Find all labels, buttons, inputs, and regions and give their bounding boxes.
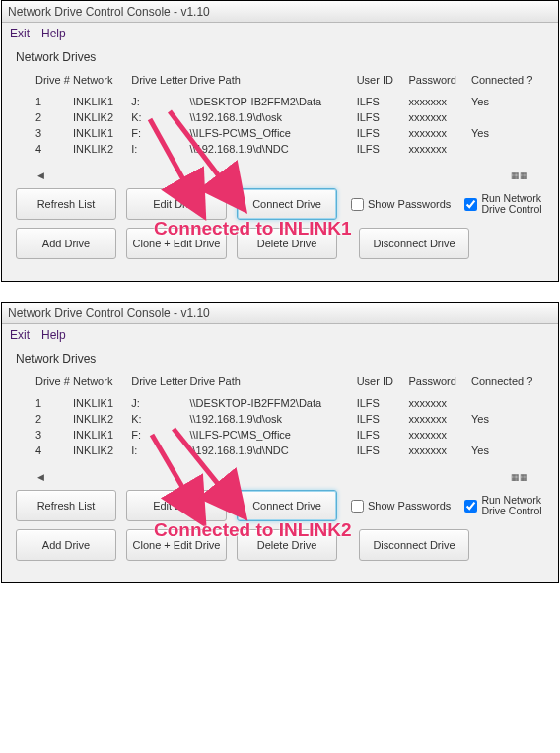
cell-conn xyxy=(467,141,540,157)
cell-pwd: xxxxxxx xyxy=(405,395,467,411)
cell-letter: I: xyxy=(127,141,185,157)
cell-path: \\ILFS-PC\MS_Office xyxy=(185,125,352,141)
cell-net: INKLIK1 xyxy=(69,94,127,109)
cell-letter: J: xyxy=(127,395,185,411)
clone-edit-drive-button[interactable]: Clone + Edit Drive xyxy=(126,228,227,259)
connect-drive-button[interactable]: Connect Drive xyxy=(237,188,337,220)
col-network: Network xyxy=(69,72,127,94)
cell-path: \\DESKTOP-IB2FFM2\Data xyxy=(185,395,352,411)
run-ndc-label-line2: Drive Control xyxy=(481,506,541,516)
cell-num: 3 xyxy=(32,125,69,141)
table-row[interactable]: 2INKLIK2K:\\192.168.1.9\d\oskILFSxxxxxxx xyxy=(32,109,540,125)
menu-exit[interactable]: Exit xyxy=(10,27,30,40)
cell-net: INKLIK2 xyxy=(69,411,127,427)
cell-conn xyxy=(467,427,540,443)
show-passwords-label: Show Passwords xyxy=(368,198,451,210)
scroll-indicator: ◀ ▦▦ xyxy=(2,161,558,182)
refresh-list-button[interactable]: Refresh List xyxy=(16,490,116,521)
edit-drive-button[interactable]: Edit Drive xyxy=(126,188,227,220)
show-passwords-group: Show Passwords xyxy=(351,198,451,211)
section-label: Network Drives xyxy=(2,44,558,64)
cell-letter: K: xyxy=(127,109,185,125)
cell-net: INKLIK2 xyxy=(69,109,127,125)
cell-pwd: xxxxxxx xyxy=(405,141,467,157)
menu-help[interactable]: Help xyxy=(41,27,66,40)
menu-help[interactable]: Help xyxy=(41,328,66,342)
table-row[interactable]: 3INKLIK1F:\\ILFS-PC\MS_OfficeILFSxxxxxxx… xyxy=(32,125,540,141)
col-connected: Connected ? xyxy=(467,72,540,94)
table-row[interactable]: 4INKLIK2I:\\192.168.1.9\d\NDCILFSxxxxxxx xyxy=(32,141,540,157)
col-drive-letter: Drive Letter xyxy=(127,374,185,395)
scroll-left-icon[interactable]: ◀ xyxy=(37,472,44,482)
cell-path: \\DESKTOP-IB2FFM2\Data xyxy=(185,94,352,109)
cell-uid: ILFS xyxy=(353,427,405,443)
window-title: Network Drive Control Console - v1.10 xyxy=(8,5,210,19)
delete-drive-button[interactable]: Delete Drive xyxy=(237,228,337,259)
run-ndc-group: Run Network Drive Control xyxy=(464,193,541,215)
cell-conn xyxy=(467,109,540,125)
cell-uid: ILFS xyxy=(353,443,405,458)
col-password: Password xyxy=(405,72,467,94)
section-label: Network Drives xyxy=(2,346,558,366)
cell-path: \\192.168.1.9\d\osk xyxy=(185,411,352,427)
cell-conn: Yes xyxy=(467,411,540,427)
cell-net: INKLIK1 xyxy=(69,427,127,443)
cell-num: 2 xyxy=(32,411,69,427)
scroll-indicator: ◀ ▦▦ xyxy=(2,462,558,484)
run-ndc-label-line2: Drive Control xyxy=(481,204,541,215)
show-passwords-checkbox[interactable] xyxy=(351,198,364,211)
cell-net: INKLIK1 xyxy=(69,125,127,141)
window-title: Network Drive Control Console - v1.10 xyxy=(8,307,210,320)
col-drive-num: Drive # xyxy=(32,374,69,395)
cell-path: \\192.168.1.9\d\NDC xyxy=(185,141,352,157)
run-ndc-checkbox[interactable] xyxy=(464,198,477,211)
add-drive-button[interactable]: Add Drive xyxy=(16,529,116,561)
show-passwords-group: Show Passwords xyxy=(351,500,451,513)
window-titlebar: Network Drive Control Console - v1.10 xyxy=(2,1,558,23)
add-drive-button[interactable]: Add Drive xyxy=(16,228,116,259)
menubar: Exit Help xyxy=(2,324,558,346)
table-row[interactable]: 1INKLIK1J:\\DESKTOP-IB2FFM2\DataILFSxxxx… xyxy=(32,94,540,109)
menu-exit[interactable]: Exit xyxy=(10,328,30,342)
cell-num: 3 xyxy=(32,427,69,443)
cell-conn: Yes xyxy=(467,125,540,141)
cell-pwd: xxxxxxx xyxy=(405,427,467,443)
disconnect-drive-button[interactable]: Disconnect Drive xyxy=(359,228,469,259)
clone-edit-drive-button[interactable]: Clone + Edit Drive xyxy=(126,529,227,561)
refresh-list-button[interactable]: Refresh List xyxy=(16,188,116,220)
cell-num: 1 xyxy=(32,94,69,109)
cell-uid: ILFS xyxy=(353,94,405,109)
cell-num: 1 xyxy=(32,395,69,411)
cell-path: \\192.168.1.9\d\osk xyxy=(185,109,352,125)
window-titlebar: Network Drive Control Console - v1.10 xyxy=(2,303,558,324)
connect-drive-button[interactable]: Connect Drive xyxy=(237,490,337,521)
cell-net: INKLIK1 xyxy=(69,395,127,411)
cell-letter: J: xyxy=(127,94,185,109)
delete-drive-button[interactable]: Delete Drive xyxy=(237,529,337,561)
edit-drive-button[interactable]: Edit Drive xyxy=(126,490,227,521)
cell-uid: ILFS xyxy=(353,125,405,141)
cell-uid: ILFS xyxy=(353,411,405,427)
cell-conn: Yes xyxy=(467,94,540,109)
cell-conn xyxy=(467,395,540,411)
cell-num: 4 xyxy=(32,443,69,458)
cell-uid: ILFS xyxy=(353,141,405,157)
col-user-id: User ID xyxy=(353,374,405,395)
table-row[interactable]: 3INKLIK1F:\\ILFS-PC\MS_OfficeILFSxxxxxxx xyxy=(32,427,540,443)
scroll-left-icon[interactable]: ◀ xyxy=(37,171,44,180)
show-passwords-label: Show Passwords xyxy=(368,500,451,512)
table-row[interactable]: 2INKLIK2K:\\192.168.1.9\d\oskILFSxxxxxxx… xyxy=(32,411,540,427)
scroll-grip-icon[interactable]: ▦▦ xyxy=(511,171,528,180)
run-ndc-checkbox[interactable] xyxy=(464,500,477,513)
col-drive-num: Drive # xyxy=(32,72,69,94)
table-row[interactable]: 1INKLIK1J:\\DESKTOP-IB2FFM2\DataILFSxxxx… xyxy=(32,395,540,411)
menubar: Exit Help xyxy=(2,23,558,44)
disconnect-drive-button[interactable]: Disconnect Drive xyxy=(359,529,469,561)
cell-pwd: xxxxxxx xyxy=(405,125,467,141)
cell-net: INKLIK2 xyxy=(69,443,127,458)
cell-pwd: xxxxxxx xyxy=(405,443,467,458)
cell-uid: ILFS xyxy=(353,395,405,411)
table-row[interactable]: 4INKLIK2I:\\192.168.1.9\d\NDCILFSxxxxxxx… xyxy=(32,443,540,458)
show-passwords-checkbox[interactable] xyxy=(351,500,364,513)
scroll-grip-icon[interactable]: ▦▦ xyxy=(511,472,528,482)
